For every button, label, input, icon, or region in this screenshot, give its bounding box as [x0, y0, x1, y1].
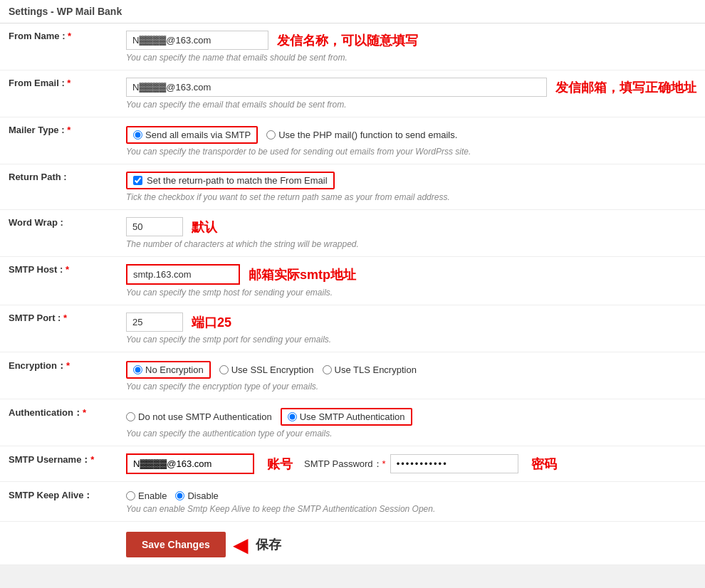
save-label-cell: [0, 522, 118, 565]
smtp-port-label: SMTP Port : *: [0, 305, 118, 352]
smtp-host-hint: You can specify the smtp host for sendin…: [126, 288, 696, 298]
save-content: Save Changes ◀ 保存: [118, 522, 705, 565]
from-email-input[interactable]: [126, 78, 547, 97]
ssl-label: Use SSL Encryption: [231, 364, 314, 375]
mailer-type-row: Mailer Type : * Send all emails via SMTP…: [0, 117, 705, 164]
smtp-username-input[interactable]: [126, 453, 254, 474]
smtp-label[interactable]: Send all emails via SMTP: [145, 130, 251, 140]
no-auth-radio[interactable]: [126, 412, 135, 421]
from-name-content: 发信名称，可以随意填写 You can specify the name tha…: [118, 23, 705, 70]
authentication-content: Do not use SMTP Authentication Use SMTP …: [118, 399, 705, 446]
authentication-label: Authentication：*: [0, 399, 118, 446]
smtp-port-input[interactable]: [126, 313, 183, 332]
smtp-host-annotation: 邮箱实际smtp地址: [249, 266, 356, 283]
word-wrap-annotation: 默认: [192, 219, 217, 236]
php-option[interactable]: Use the PHP mail() function to send emai…: [266, 130, 457, 140]
from-email-label: From Email : *: [0, 70, 118, 117]
ssl-radio[interactable]: [219, 365, 229, 374]
from-name-annotation: 发信名称，可以随意填写: [277, 32, 418, 49]
from-name-hint: You can specify the name that emails sho…: [126, 53, 696, 63]
smtp-keep-alive-row: SMTP Keep Alive： Enable Disable You can …: [0, 482, 705, 522]
use-auth-radio[interactable]: [288, 412, 297, 421]
save-arrow-icon: ◀: [233, 533, 249, 557]
mailer-type-options: Send all emails via SMTP Use the PHP mai…: [126, 126, 696, 144]
word-wrap-label: Word Wrap :: [0, 210, 118, 257]
smtp-host-row: SMTP Host : * 邮箱实际smtp地址 You can specify…: [0, 257, 705, 305]
ssl-option[interactable]: Use SSL Encryption: [219, 364, 314, 375]
tls-option[interactable]: Use TLS Encryption: [323, 364, 417, 375]
smtp-host-content: 邮箱实际smtp地址 You can specify the smtp host…: [118, 257, 705, 305]
credentials-fields: 账号 SMTP Password：* 密码: [126, 453, 696, 474]
authentication-hint: You can specify the authentication type …: [126, 429, 696, 439]
return-path-checkbox-label[interactable]: Set the return-path to match the From Em…: [147, 175, 328, 186]
return-path-checkbox-highlight: Set the return-path to match the From Em…: [126, 172, 335, 189]
tls-radio[interactable]: [323, 365, 332, 374]
authentication-options: Do not use SMTP Authentication Use SMTP …: [126, 408, 696, 426]
from-email-content: 发信邮箱，填写正确地址 You can specify the email th…: [118, 70, 705, 117]
username-group: 账号: [126, 453, 293, 474]
encryption-content: No Encryption Use SSL Encryption Use TLS…: [118, 352, 705, 399]
keep-alive-enable-radio[interactable]: [126, 491, 135, 500]
keep-alive-enable-label: Enable: [138, 490, 167, 501]
from-email-row: From Email : * 发信邮箱，填写正确地址 You can speci…: [0, 70, 705, 117]
from-email-annotation: 发信邮箱，填写正确地址: [555, 79, 696, 96]
smtp-host-input[interactable]: [126, 264, 240, 285]
tls-label: Use TLS Encryption: [335, 364, 417, 375]
encryption-hint: You can specify the encryption type of y…: [126, 382, 696, 392]
use-auth-highlight: Use SMTP Authentication: [281, 408, 412, 426]
smtp-host-label: SMTP Host : *: [0, 257, 118, 305]
username-annotation: 账号: [267, 456, 293, 473]
title-bar: Settings - WP Mail Bank: [0, 0, 705, 23]
save-button[interactable]: Save Changes: [126, 532, 226, 557]
no-auth-label: Do not use SMTP Authentication: [138, 411, 272, 422]
encryption-row: Encryption：* No Encryption Use SSL Encry…: [0, 352, 705, 399]
encryption-options: No Encryption Use SSL Encryption Use TLS…: [126, 361, 696, 379]
keep-alive-hint: You can enable Smtp Keep Alive to keep t…: [126, 504, 696, 514]
no-auth-option[interactable]: Do not use SMTP Authentication: [126, 411, 272, 422]
smtp-option-highlight: Send all emails via SMTP: [126, 126, 258, 144]
encryption-label: Encryption：*: [0, 352, 118, 399]
page-title: Settings - WP Mail Bank: [9, 6, 122, 17]
smtp-credentials-row: SMTP Username：* 账号 SMTP Password：* 密码: [0, 446, 705, 482]
keep-alive-enable-option[interactable]: Enable: [126, 490, 167, 501]
keep-alive-disable-radio[interactable]: [175, 491, 184, 500]
mailer-type-hint: You can specify the transporder to be us…: [126, 147, 696, 157]
smtp-radio[interactable]: [133, 130, 142, 140]
mailer-type-label: Mailer Type : *: [0, 117, 118, 164]
return-path-checkbox[interactable]: [133, 176, 142, 185]
smtp-username-label: SMTP Username：*: [0, 446, 118, 482]
word-wrap-row: Word Wrap : 默认 The number of characters …: [0, 210, 705, 257]
keep-alive-disable-label: Disable: [187, 490, 218, 501]
authentication-row: Authentication：* Do not use SMTP Authent…: [0, 399, 705, 446]
no-encryption-radio[interactable]: [133, 365, 142, 374]
smtp-port-hint: You can specify the smtp port for sendin…: [126, 335, 696, 345]
no-encryption-highlight: No Encryption: [126, 361, 211, 379]
use-auth-label[interactable]: Use SMTP Authentication: [300, 411, 405, 422]
word-wrap-content: 默认 The number of characters at which the…: [118, 210, 705, 257]
return-path-row: Return Path : Set the return-path to mat…: [0, 164, 705, 210]
smtp-password-input[interactable]: [390, 454, 518, 473]
settings-table: From Name : * 发信名称，可以随意填写 You can specif…: [0, 23, 705, 565]
smtp-port-content: 端口25 You can specify the smtp port for s…: [118, 305, 705, 352]
save-area: Save Changes ◀ 保存: [126, 532, 696, 557]
word-wrap-input[interactable]: [126, 217, 183, 236]
smtp-credentials-content: 账号 SMTP Password：* 密码: [118, 446, 705, 482]
php-radio[interactable]: [266, 130, 276, 140]
word-wrap-hint: The number of characters at which the st…: [126, 239, 696, 249]
return-path-hint: Tick the checkbox if you want to set the…: [126, 192, 696, 202]
smtp-password-label: SMTP Password：*: [304, 458, 386, 471]
no-encryption-label[interactable]: No Encryption: [145, 364, 204, 375]
from-email-hint: You can specify the email that emails sh…: [126, 100, 696, 110]
save-annotation: 保存: [256, 536, 281, 553]
from-name-input[interactable]: [126, 31, 268, 50]
page-wrapper: Settings - WP Mail Bank From Name : * 发信…: [0, 0, 705, 565]
mailer-type-content: Send all emails via SMTP Use the PHP mai…: [118, 117, 705, 164]
smtp-port-annotation: 端口25: [192, 314, 231, 331]
smtp-keep-alive-content: Enable Disable You can enable Smtp Keep …: [118, 482, 705, 522]
smtp-port-row: SMTP Port : * 端口25 You can specify the s…: [0, 305, 705, 352]
from-name-label: From Name : *: [0, 23, 118, 70]
keep-alive-disable-option[interactable]: Disable: [175, 490, 218, 501]
return-path-label: Return Path :: [0, 164, 118, 210]
smtp-keep-alive-label: SMTP Keep Alive：: [0, 482, 118, 522]
keep-alive-options: Enable Disable: [126, 490, 696, 501]
